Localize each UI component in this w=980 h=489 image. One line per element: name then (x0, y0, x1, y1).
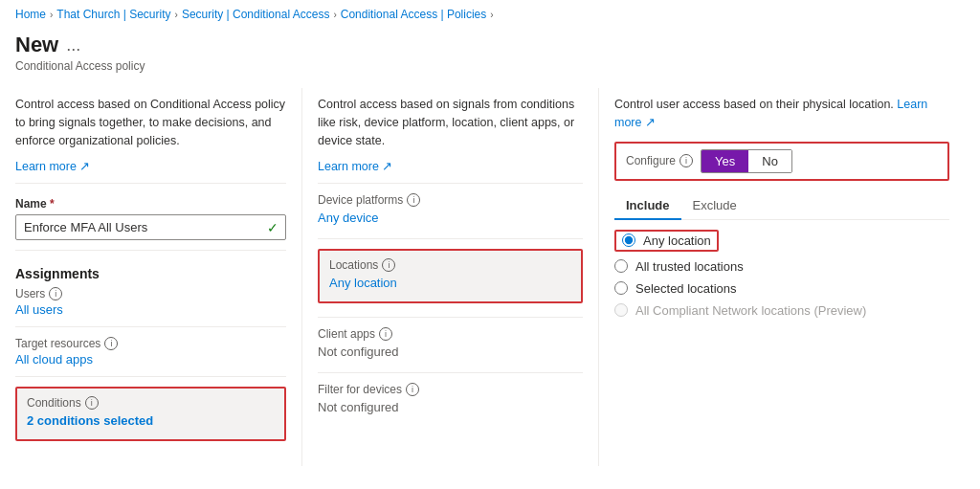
configure-toggle: Yes No (701, 149, 792, 173)
toggle-yes-button[interactable]: Yes (702, 150, 748, 172)
target-info-icon[interactable]: i (104, 337, 118, 350)
locations-link[interactable]: Any location (329, 276, 571, 290)
radio-compliant-input (614, 303, 628, 317)
col3-desc: Control user access based on their physi… (614, 96, 949, 132)
page-title: New (15, 33, 58, 57)
divider-4 (15, 376, 286, 377)
locations-box[interactable]: Locations i Any location (318, 249, 583, 303)
page-header: New ... Conditional Access policy (0, 29, 980, 80)
breadcrumb-sep-1: › (50, 10, 53, 20)
conditions-label: Conditions i (27, 396, 275, 410)
filter-devices-label: Filter for devices i (318, 383, 583, 396)
col1-learn-more[interactable]: Learn more ↗ (15, 160, 90, 173)
col-assignments: Control access based on Conditional Acce… (15, 88, 302, 466)
breadcrumb-sep-3: › (333, 10, 336, 20)
breadcrumb-security[interactable]: That Church | Security (56, 8, 170, 21)
breadcrumb-sep-2: › (175, 10, 178, 20)
users-label: Users i (15, 287, 286, 300)
locations-info-icon[interactable]: i (382, 258, 395, 272)
breadcrumb-conditional-access[interactable]: Security | Conditional Access (182, 8, 330, 21)
checkmark-icon: ✓ (267, 220, 278, 235)
configure-section: Configure i Yes No (614, 142, 949, 181)
radio-selected-label: Selected locations (635, 281, 737, 296)
device-platforms-item: Device platforms i Any device (318, 193, 583, 225)
assignments-title: Assignments (15, 266, 286, 281)
configure-info-icon[interactable]: i (679, 154, 693, 167)
locations-label: Locations i (329, 258, 571, 272)
name-input-wrapper: ✓ (15, 214, 286, 240)
radio-compliant-label: All Compliant Network locations (Preview… (635, 303, 866, 318)
client-apps-label: Client apps i (318, 327, 583, 341)
external-link-icon-2: ↗ (382, 160, 392, 173)
tab-include[interactable]: Include (614, 192, 681, 220)
radio-any-location[interactable]: Any location (622, 233, 711, 248)
page-subtitle: Conditional Access policy (15, 59, 965, 73)
target-label: Target resources i (15, 337, 286, 350)
radio-any-location-input[interactable] (622, 233, 635, 247)
radio-trusted-input[interactable] (614, 259, 628, 273)
divider-2 (15, 250, 286, 251)
required-marker: * (50, 197, 55, 211)
col2-desc: Control access based on signals from con… (318, 96, 583, 149)
filter-devices-item: Filter for devices i Not configured (318, 383, 583, 414)
col1-desc: Control access based on Conditional Acce… (15, 96, 286, 149)
conditions-box[interactable]: Conditions i 2 conditions selected (15, 387, 286, 441)
filter-devices-info-icon[interactable]: i (406, 383, 419, 396)
radio-trusted-label: All trusted locations (635, 259, 744, 274)
radio-trusted-locations[interactable]: All trusted locations (614, 259, 949, 274)
client-apps-item: Client apps i Not configured (318, 327, 583, 359)
breadcrumb-home[interactable]: Home (15, 8, 46, 21)
users-link[interactable]: All users (15, 302, 286, 317)
external-link-icon-1: ↗ (79, 160, 90, 173)
target-link[interactable]: All cloud apps (15, 352, 286, 367)
col2-divider-4 (318, 372, 583, 373)
divider-3 (15, 326, 286, 327)
external-link-icon-3: ↗ (645, 116, 656, 129)
tab-row: Include Exclude (614, 192, 949, 220)
location-radio-group: Any location All trusted locations Selec… (614, 230, 949, 318)
client-apps-value: Not configured (318, 345, 399, 359)
filter-devices-value: Not configured (318, 400, 399, 414)
col2-divider-1 (318, 183, 583, 184)
col-conditions: Control access based on signals from con… (302, 88, 599, 466)
tab-exclude[interactable]: Exclude (681, 192, 748, 220)
radio-any-location-label: Any location (643, 233, 711, 248)
conditions-link[interactable]: 2 conditions selected (27, 413, 275, 428)
locations-item: Locations i Any location (318, 249, 583, 303)
device-platforms-info-icon[interactable]: i (407, 193, 420, 207)
breadcrumb: Home › That Church | Security › Security… (0, 0, 980, 29)
radio-selected-locations[interactable]: Selected locations (614, 281, 949, 296)
client-apps-info-icon[interactable]: i (379, 327, 392, 341)
name-label: Name * (15, 197, 286, 211)
col2-divider-3 (318, 317, 583, 318)
toggle-no-button[interactable]: No (748, 150, 791, 172)
configure-label: Configure i (626, 154, 693, 167)
main-content: Control access based on Conditional Acce… (0, 80, 980, 474)
device-platforms-label: Device platforms i (318, 193, 583, 207)
col2-learn-more[interactable]: Learn more ↗ (318, 160, 392, 173)
col-location-detail: Control user access based on their physi… (599, 88, 965, 466)
divider-1 (15, 183, 286, 184)
breadcrumb-policies[interactable]: Conditional Access | Policies (341, 8, 487, 21)
col2-divider-2 (318, 238, 583, 239)
device-platforms-link[interactable]: Any device (318, 211, 583, 225)
conditions-info-icon[interactable]: i (85, 396, 99, 410)
radio-selected-input[interactable] (614, 281, 628, 295)
breadcrumb-sep-4: › (490, 10, 493, 20)
name-input[interactable] (15, 214, 286, 240)
page-title-more[interactable]: ... (66, 35, 80, 56)
users-info-icon[interactable]: i (49, 287, 62, 300)
radio-compliant-locations: All Compliant Network locations (Preview… (614, 303, 949, 318)
